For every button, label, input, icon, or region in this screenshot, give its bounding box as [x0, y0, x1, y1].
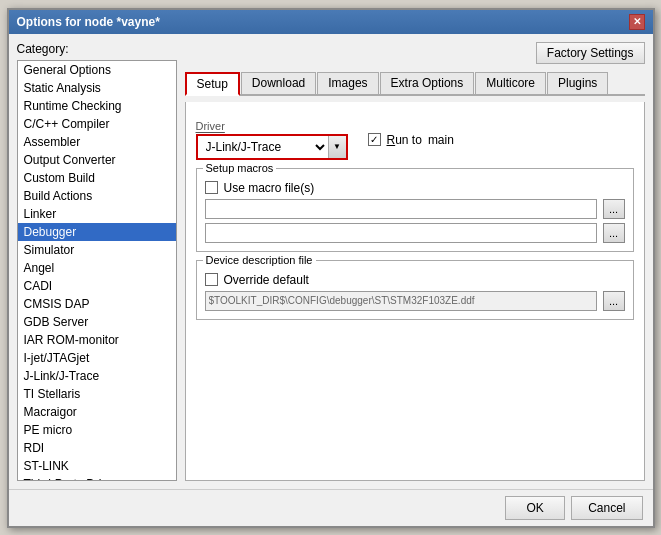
device-path-row: ... — [205, 291, 625, 311]
use-macro-row: Use macro file(s) — [205, 181, 625, 195]
title-bar: Options for node *vayne* ✕ — [9, 10, 653, 34]
use-macro-checkbox[interactable] — [205, 181, 218, 194]
sidebar-item-assembler[interactable]: Assembler — [18, 133, 176, 151]
run-to-value: main — [428, 133, 454, 147]
options-dialog: Options for node *vayne* ✕ Category: Gen… — [7, 8, 655, 528]
override-row: Override default — [205, 273, 625, 287]
setup-macros-section: Setup macros Use macro file(s) ... ... — [196, 168, 634, 252]
sidebar-item-linker[interactable]: Linker — [18, 205, 176, 223]
tab-download[interactable]: Download — [241, 72, 316, 94]
content-panel: Factory Settings SetupDownloadImagesExtr… — [185, 42, 645, 481]
sidebar-item-cpp-compiler[interactable]: C/C++ Compiler — [18, 115, 176, 133]
override-default-label: Override default — [224, 273, 309, 287]
driver-dropdown-row: J-Link/J-TraceSimulatorAngelGDB Server ▼ — [196, 134, 348, 160]
use-macro-label: Use macro file(s) — [224, 181, 315, 195]
device-path-input — [205, 291, 597, 311]
ok-button[interactable]: OK — [505, 496, 565, 520]
sidebar-item-custom-build[interactable]: Custom Build — [18, 169, 176, 187]
macro-browse-2-button[interactable]: ... — [603, 223, 625, 243]
sidebar-item-simulator[interactable]: Simulator — [18, 241, 176, 259]
macro-input-2[interactable] — [205, 223, 597, 243]
sidebar-item-static-analysis[interactable]: Static Analysis — [18, 79, 176, 97]
tab-plugins[interactable]: Plugins — [547, 72, 608, 94]
tab-content-setup: Driver J-Link/J-TraceSimulatorAngelGDB S… — [185, 102, 645, 481]
category-wrapper: General OptionsStatic AnalysisRuntime Ch… — [17, 60, 177, 481]
tab-extra-options[interactable]: Extra Options — [380, 72, 475, 94]
tab-images[interactable]: Images — [317, 72, 378, 94]
sidebar-item-angel[interactable]: Angel — [18, 259, 176, 277]
macro-input-1[interactable] — [205, 199, 597, 219]
sidebar-item-general-options[interactable]: General Options — [18, 61, 176, 79]
driver-select[interactable]: J-Link/J-TraceSimulatorAngelGDB Server — [198, 137, 328, 157]
sidebar-item-runtime-checking[interactable]: Runtime Checking — [18, 97, 176, 115]
factory-settings-button[interactable]: Factory Settings — [536, 42, 645, 64]
sidebar-item-rdi[interactable]: RDI — [18, 439, 176, 457]
device-desc-legend: Device description file — [203, 254, 316, 266]
sidebar-item-third-party-driver[interactable]: Third-Party Driver — [18, 475, 176, 481]
tab-setup[interactable]: Setup — [185, 72, 240, 96]
cancel-button[interactable]: Cancel — [571, 496, 642, 520]
sidebar-item-jlink-jtrace[interactable]: J-Link/J-Trace — [18, 367, 176, 385]
sidebar-item-gdb-server[interactable]: GDB Server — [18, 313, 176, 331]
macro-row-2: ... — [205, 223, 625, 243]
tabs-row: SetupDownloadImagesExtra OptionsMulticor… — [185, 72, 645, 96]
factory-settings-row: Factory Settings — [185, 42, 645, 64]
sidebar-item-build-actions[interactable]: Build Actions — [18, 187, 176, 205]
driver-run-row: Driver J-Link/J-TraceSimulatorAngelGDB S… — [196, 120, 634, 160]
sidebar-item-cadi[interactable]: CADI — [18, 277, 176, 295]
category-panel: Category: General OptionsStatic Analysis… — [17, 42, 177, 481]
setup-macros-legend: Setup macros — [203, 162, 277, 174]
run-to-checkbox[interactable] — [368, 133, 381, 146]
sidebar-item-debugger[interactable]: Debugger — [18, 223, 176, 241]
sidebar-item-output-converter[interactable]: Output Converter — [18, 151, 176, 169]
tab-multicore[interactable]: Multicore — [475, 72, 546, 94]
sidebar-item-macraigor[interactable]: Macraigor — [18, 403, 176, 421]
dropdown-arrow-icon[interactable]: ▼ — [328, 136, 346, 158]
sidebar-item-ijet-jtagjet[interactable]: I-jet/JTAGjet — [18, 349, 176, 367]
sidebar-item-pe-micro[interactable]: PE micro — [18, 421, 176, 439]
category-label: Category: — [17, 42, 177, 56]
run-to-label: Run to — [387, 133, 422, 147]
sidebar-item-ti-stellaris[interactable]: TI Stellaris — [18, 385, 176, 403]
device-desc-section: Device description file Override default… — [196, 260, 634, 320]
dialog-footer: OK Cancel — [9, 489, 653, 526]
sidebar-item-cmsis-dap[interactable]: CMSIS DAP — [18, 295, 176, 313]
dialog-body: Category: General OptionsStatic Analysis… — [9, 34, 653, 489]
close-button[interactable]: ✕ — [629, 14, 645, 30]
category-list: General OptionsStatic AnalysisRuntime Ch… — [17, 60, 177, 481]
dialog-title: Options for node *vayne* — [17, 15, 160, 29]
macro-row-1: ... — [205, 199, 625, 219]
run-to-section: Run to main — [368, 133, 454, 147]
override-default-checkbox[interactable] — [205, 273, 218, 286]
sidebar-item-iar-rom-monitor[interactable]: IAR ROM-monitor — [18, 331, 176, 349]
macro-browse-1-button[interactable]: ... — [603, 199, 625, 219]
sidebar-item-st-link[interactable]: ST-LINK — [18, 457, 176, 475]
driver-label: Driver — [196, 120, 348, 132]
device-browse-button[interactable]: ... — [603, 291, 625, 311]
driver-section: Driver J-Link/J-TraceSimulatorAngelGDB S… — [196, 120, 348, 160]
